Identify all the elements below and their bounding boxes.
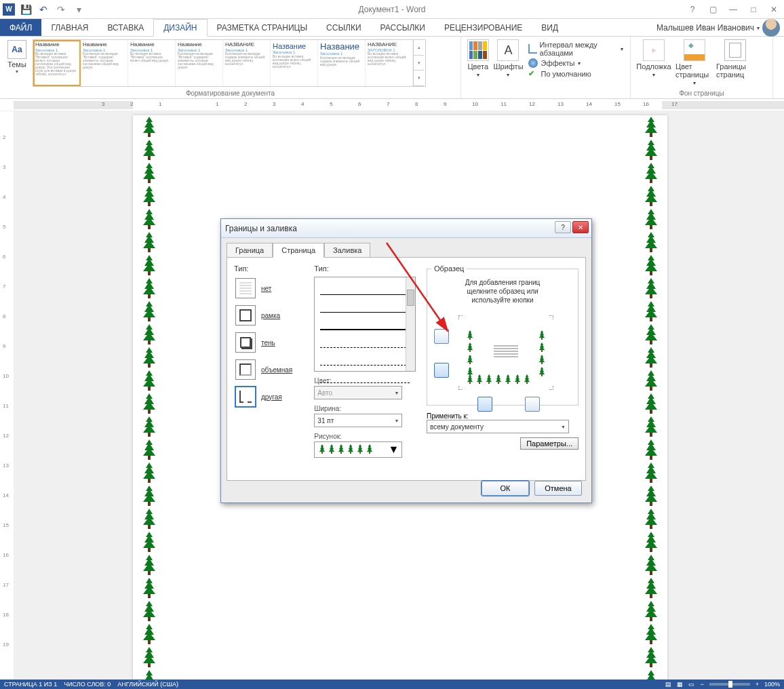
gallery-item[interactable]: НазваниеЗаголовок 1Во вкладке вставка ко… [271,40,318,86]
help-icon[interactable]: ? [685,5,700,14]
svg-rect-67 [479,382,480,384]
tab-references[interactable]: ССЫЛКИ [317,19,370,36]
type-shadow[interactable]: тень [234,331,309,354]
svg-rect-4 [148,225,151,229]
user-account[interactable]: Малышев Иван Иванович▾ [656,19,780,37]
type-3d[interactable]: объемная [234,358,309,381]
fonts-button[interactable]: A Шрифты▾ [493,39,523,78]
dialog-close-icon[interactable]: ✕ [572,221,589,233]
svg-rect-68 [488,382,490,384]
svg-rect-43 [650,479,652,483]
type-custom[interactable]: другая [234,385,309,408]
minimize-icon[interactable]: — [726,5,741,14]
gallery-scroll[interactable]: ▴▾▾ [413,40,424,86]
redo-icon[interactable]: ↷ [54,3,68,16]
tab-design[interactable]: ДИЗАЙН [153,19,207,37]
dialog-help-icon[interactable]: ? [555,221,571,233]
svg-rect-40 [650,410,652,414]
horizontal-ruler[interactable]: 3211234567891011121314151617 [0,99,784,111]
svg-rect-19 [148,571,151,575]
color-combo[interactable]: Авто▼ [314,386,402,399]
status-language[interactable]: АНГЛИЙСКИЙ (США) [117,681,178,688]
preview-canvas[interactable] [458,315,553,390]
set-default-button[interactable]: ✔По умолчанию [528,69,623,79]
tab-border[interactable]: Граница [227,243,273,258]
svg-rect-76 [541,374,543,376]
qat-more-icon[interactable]: ▾ [72,3,85,16]
style-scrollbar[interactable] [406,277,415,371]
svg-rect-3 [148,202,151,206]
gallery-item[interactable]: НазваниеЗаголовок 1Во вкладке вставка "В… [128,40,176,86]
svg-rect-70 [507,382,509,384]
status-page[interactable]: СТРАНИЦА 1 ИЗ 1 [4,681,57,688]
tab-view[interactable]: ВИД [532,19,568,36]
themes-button[interactable]: Aa Темы ▾ [4,39,30,87]
view-read-icon[interactable]: ▤ [665,681,671,688]
page-borders-button[interactable]: Границы страниц [716,39,754,79]
border-top-toggle[interactable] [434,329,449,344]
type-box[interactable]: рамка [234,304,309,327]
tab-home[interactable]: ГЛАВНАЯ [41,19,98,36]
svg-rect-34 [650,271,652,275]
svg-rect-50 [650,640,652,644]
tab-review[interactable]: РЕЦЕНЗИРОВАНИЕ [435,19,532,36]
colors-button[interactable]: Цвета▾ [465,39,490,78]
svg-rect-71 [517,382,518,384]
type-label: Тип: [234,264,309,273]
line-style-list[interactable] [314,277,416,372]
view-web-icon[interactable]: ▭ [688,681,694,688]
zoom-level[interactable]: 100% [764,681,780,688]
view-print-icon[interactable]: ▦ [677,681,683,688]
svg-rect-31 [650,202,652,206]
width-combo[interactable]: 31 пт▼ [314,414,402,427]
zoom-out-icon[interactable]: − [700,681,703,688]
effects-button[interactable]: Эффекты ▾ [528,58,623,68]
watermark-button[interactable]: A Подложка▾ [635,39,673,78]
options-button[interactable]: Параметры... [520,437,579,450]
page-color-button[interactable]: ◆ Цвет страницы▾ [675,39,713,86]
border-bottom-toggle[interactable] [434,363,449,378]
gallery-item[interactable]: НазваниеЗаголовок 1Коллекции на вкладке … [81,40,128,86]
gallery-item[interactable]: НазваниеЗаголовок 1Коллекции на вкладке … [176,40,223,86]
tab-layout[interactable]: РАЗМЕТКА СТРАНИЦЫ [208,19,317,36]
svg-rect-63 [469,350,471,352]
border-right-toggle[interactable] [525,397,540,412]
cancel-button[interactable]: Отмена [534,481,582,496]
art-combo[interactable]: ▼ [314,441,402,458]
svg-rect-39 [650,387,652,391]
type-none[interactable]: нет [234,277,309,300]
watermark-icon: A [643,39,665,61]
svg-rect-66 [469,382,471,384]
tab-mailings[interactable]: РАССЫЛКИ [371,19,435,36]
maximize-icon[interactable]: □ [746,5,761,14]
gallery-item[interactable]: НАЗВАНИЕЗАГОЛОВОК 1Во вкладке вставка ко… [366,40,413,86]
gallery-item[interactable]: НАЗВАНИЕЗаголовок 1Коллекции на вкладке … [223,40,271,86]
dialog-tabs: Граница Страница Заливка [221,238,591,257]
style-gallery[interactable]: НазваниеЗаголовок 1Во вкладке вставка "В… [33,39,426,87]
dialog-titlebar[interactable]: Границы и заливка ? ✕ [221,219,591,238]
tab-page-border[interactable]: Страница [273,243,324,258]
tab-insert[interactable]: ВСТАВКА [98,19,153,36]
tab-shading[interactable]: Заливка [324,243,370,258]
vertical-ruler[interactable]: 2345678910111213141516171819 [0,111,14,680]
svg-rect-30 [650,179,652,183]
apply-to-combo[interactable]: всему документу▼ [427,420,569,433]
undo-icon[interactable]: ↶ [37,3,50,16]
zoom-in-icon[interactable]: + [756,681,759,688]
ribbon-options-icon[interactable]: ▢ [705,5,720,14]
status-words[interactable]: ЧИСЛО СЛОВ: 0 [64,681,111,688]
close-window-icon[interactable]: ✕ [766,5,781,14]
gallery-item[interactable]: НазваниеЗаголовок 1Во вкладке вставка "В… [33,40,81,86]
page-border-left [136,115,163,680]
svg-rect-46 [650,548,652,552]
paragraph-spacing-button[interactable]: Интервал между абзацами ▾ [528,41,623,57]
border-left-toggle[interactable] [477,397,492,412]
svg-rect-62 [469,338,471,340]
ok-button[interactable]: ОК [482,481,529,496]
svg-rect-5 [148,248,151,252]
save-icon[interactable]: 💾 [19,3,33,16]
svg-rect-23 [148,663,151,667]
gallery-item[interactable]: НазваниеЗаголовок 1Коллекции на вкладке … [318,40,366,86]
tab-file[interactable]: ФАЙЛ [0,19,41,36]
svg-rect-42 [650,456,652,460]
